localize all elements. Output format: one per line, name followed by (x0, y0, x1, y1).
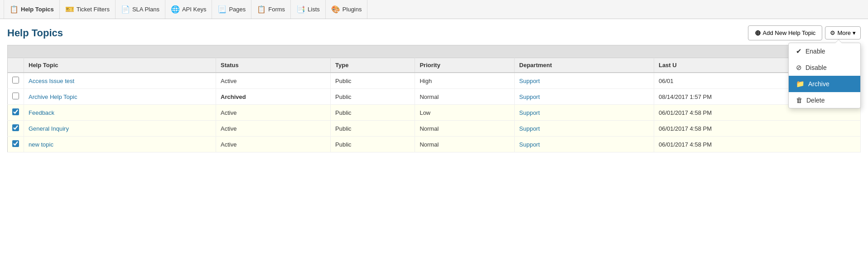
nav-pages-label: Pages (229, 6, 246, 13)
table-row: FeedbackActivePublicLowSupport06/01/2017… (8, 105, 861, 121)
nav-api-keys[interactable]: 🌐 API Keys (165, 0, 212, 19)
nav-sla-plans[interactable]: 📄 SLA Plans (116, 0, 165, 19)
row-checkbox[interactable] (12, 124, 19, 131)
plus-icon: ⊕ (755, 29, 761, 37)
row-status: Active (216, 121, 331, 137)
row-status: Active (216, 73, 331, 89)
row-checkbox-cell (8, 137, 24, 152)
topic-link[interactable]: Archive Help Topic (29, 93, 77, 100)
row-priority: Normal (415, 121, 515, 137)
row-checkbox-cell (8, 73, 24, 89)
delete-icon: 🗑 (796, 96, 803, 104)
row-topic: new topic (24, 137, 216, 152)
table-header-row: Help Topic Status Type Priority Departme… (8, 58, 861, 73)
more-button[interactable]: ⚙ More ▾ (825, 26, 861, 39)
ticket-filters-nav-icon: 🎫 (65, 5, 74, 14)
topic-link[interactable]: new topic (29, 141, 53, 148)
table-row: General InquiryActivePublicNormalSupport… (8, 121, 861, 137)
row-department: Support (515, 73, 654, 89)
help-topics-table: Help Topic Status Type Priority Departme… (7, 58, 861, 152)
row-checkbox-cell (8, 89, 24, 105)
row-priority: Normal (415, 89, 515, 105)
col-status: Status (216, 58, 331, 73)
topic-link[interactable]: Access Issue test (29, 78, 74, 84)
row-checkbox-cell (8, 121, 24, 137)
nav-forms[interactable]: 📋 Forms (251, 0, 291, 19)
row-priority: Low (415, 105, 515, 121)
col-help-topic: Help Topic (24, 58, 216, 73)
row-last-updated: 06/01/2017 4:58 PM (654, 137, 860, 152)
dropdown-enable-label: Enable (805, 48, 825, 55)
status-text: Archived (221, 93, 246, 100)
api-keys-nav-icon: 🌐 (171, 5, 180, 14)
add-new-help-topic-button[interactable]: ⊕ Add New Help Topic (748, 25, 823, 40)
table-row: Access Issue testActivePublicHighSupport… (8, 73, 861, 89)
row-type: Public (331, 121, 415, 137)
nav-plugins[interactable]: 🎨 Plugins (326, 0, 368, 19)
row-type: Public (331, 137, 415, 152)
help-topics-nav-icon: 📋 (10, 5, 19, 14)
gear-icon: ⚙ (830, 29, 835, 36)
add-button-label: Add New Help Topic (763, 29, 816, 36)
row-checkbox[interactable] (12, 108, 19, 115)
nav-lists-label: Lists (308, 6, 320, 13)
dropdown-item-delete[interactable]: 🗑 Delete (789, 92, 860, 108)
nav-pages[interactable]: 📃 Pages (212, 0, 251, 19)
top-navigation: 📋 Help Topics 🎫 Ticket Filters 📄 SLA Pla… (0, 0, 868, 19)
nav-ticket-filters-label: Ticket Filters (77, 6, 110, 13)
more-dropdown-menu: ✔ Enable ⊘ Disable 📁 Archive 🗑 Delete (788, 43, 861, 108)
department-link[interactable]: Support (519, 125, 540, 132)
department-link[interactable]: Support (519, 78, 540, 84)
row-checkbox[interactable] (12, 77, 19, 83)
topic-link[interactable]: Feedback (29, 109, 54, 116)
nav-api-keys-label: API Keys (182, 6, 206, 13)
page-title: Help Topics (7, 27, 63, 39)
row-department: Support (515, 137, 654, 152)
nav-ticket-filters[interactable]: 🎫 Ticket Filters (60, 0, 116, 19)
nav-help-topics-label: Help Topics (21, 6, 54, 13)
disable-icon: ⊘ (796, 64, 802, 72)
archive-icon: 📁 (796, 80, 805, 88)
col-department: Department (515, 58, 654, 73)
nav-forms-label: Forms (268, 6, 285, 13)
table-row: Archive Help TopicArchivedPublicNormalSu… (8, 89, 861, 105)
row-checkbox[interactable] (12, 93, 19, 99)
row-priority: Normal (415, 137, 515, 152)
row-status: Active (216, 105, 331, 121)
row-topic: General Inquiry (24, 121, 216, 137)
table-row: new topicActivePublicNormalSupport06/01/… (8, 137, 861, 152)
col-type: Type (331, 58, 415, 73)
col-checkbox (8, 58, 24, 73)
row-checkbox[interactable] (12, 140, 19, 147)
lists-nav-icon: 📑 (296, 5, 305, 14)
dropdown-item-disable[interactable]: ⊘ Disable (789, 59, 860, 76)
dropdown-item-enable[interactable]: ✔ Enable (789, 43, 860, 59)
nav-sla-plans-label: SLA Plans (132, 6, 159, 13)
sla-plans-nav-icon: 📄 (121, 5, 130, 14)
page-header: Help Topics ⊕ Add New Help Topic ⚙ More … (0, 19, 868, 45)
row-status: Active (216, 137, 331, 152)
row-department: Support (515, 105, 654, 121)
row-type: Public (331, 73, 415, 89)
row-type: Public (331, 89, 415, 105)
topic-link[interactable]: General Inquiry (29, 125, 69, 132)
department-link[interactable]: Support (519, 93, 540, 100)
row-department: Support (515, 89, 654, 105)
nav-lists[interactable]: 📑 Lists (291, 0, 326, 19)
department-link[interactable]: Support (519, 109, 540, 116)
row-topic: Access Issue test (24, 73, 216, 89)
department-link[interactable]: Support (519, 141, 540, 148)
chevron-down-icon: ▾ (853, 29, 856, 36)
nav-plugins-label: Plugins (342, 6, 362, 13)
col-priority: Priority (415, 58, 515, 73)
enable-icon: ✔ (796, 47, 802, 55)
row-checkbox-cell (8, 105, 24, 121)
nav-help-topics[interactable]: 📋 Help Topics (4, 0, 60, 19)
dropdown-item-archive[interactable]: 📁 Archive (789, 76, 860, 92)
more-button-label: More (837, 29, 851, 36)
help-topics-table-container: Sorting Mo Help Topic Status Type Priori… (0, 45, 868, 152)
row-type: Public (331, 105, 415, 121)
row-department: Support (515, 121, 654, 137)
plugins-nav-icon: 🎨 (331, 5, 340, 14)
row-topic: Feedback (24, 105, 216, 121)
